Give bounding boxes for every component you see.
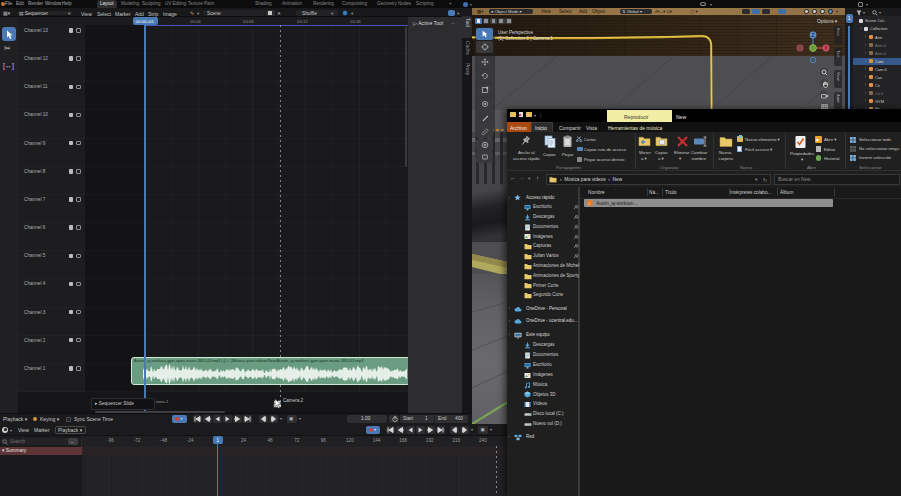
svg-text:Z: Z [811,32,814,38]
